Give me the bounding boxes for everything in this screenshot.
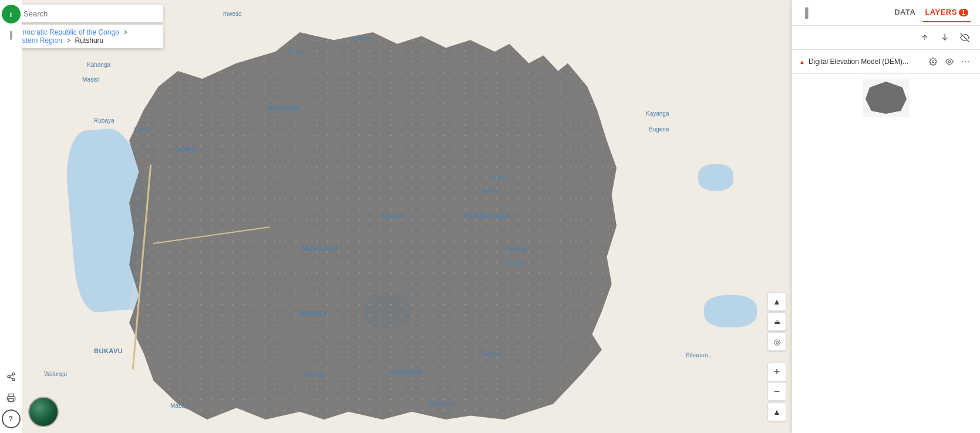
layer-more-button[interactable]: ··· (959, 55, 973, 69)
globe-thumbnail[interactable] (28, 397, 59, 427)
layer-visibility-button[interactable] (942, 55, 957, 69)
svg-point-13 (948, 60, 951, 63)
print-button[interactable] (2, 388, 21, 407)
svg-line-6 (9, 374, 12, 376)
breadcrumb-item-0[interactable]: Democratic Republic of the Congo (12, 28, 119, 36)
breadcrumb: Democratic Republic of the Congo > Weste… (5, 25, 163, 48)
map-nav: ▲ ⛰ ◎ (767, 292, 786, 351)
layer-name: Digital Elevation Model (DEM)... (809, 57, 922, 66)
hide-all-button[interactable] (957, 29, 973, 46)
svg-point-2 (12, 373, 15, 375)
expand-button[interactable]: ║ (2, 26, 21, 45)
north-button[interactable]: ▲ (767, 402, 786, 421)
layer-settings-button[interactable] (926, 55, 940, 69)
expand-panel-icon[interactable]: ▐ (801, 8, 808, 18)
lake-bottom-right (704, 295, 757, 327)
lake-top-right (698, 164, 733, 191)
breadcrumb-current: Rutshuru (75, 36, 104, 45)
move-down-button[interactable] (937, 29, 953, 46)
svg-point-3 (8, 376, 10, 378)
layer-actions: ··· (926, 55, 973, 69)
move-up-button[interactable] (917, 29, 933, 46)
tab-layers[interactable]: LAYERS1 (922, 3, 971, 22)
svg-line-5 (9, 377, 12, 379)
left-toolbar: i ║ ? (0, 0, 22, 433)
terrain-button[interactable]: ▲ (767, 292, 786, 311)
svg-point-12 (932, 60, 934, 63)
layer-toolbar (792, 26, 980, 50)
layer-thumbnail (799, 79, 973, 117)
tab-data[interactable]: DATA (892, 3, 918, 22)
search-input[interactable] (23, 9, 157, 18)
info-button[interactable]: i (2, 5, 21, 23)
dem-overlay (129, 32, 617, 420)
zoom-out-button[interactable]: − (767, 382, 786, 401)
layer-item: ▲ Digital Elevation Model (DEM)... ··· (792, 50, 980, 74)
search-bar[interactable] (5, 5, 163, 22)
zoom-in-button[interactable]: + (767, 363, 786, 381)
help-button[interactable]: ? (2, 410, 21, 428)
share-button[interactable] (2, 367, 21, 386)
layer-chevron[interactable]: ▲ (799, 59, 805, 65)
panel-tabs: ▐ DATA LAYERS1 (792, 0, 980, 26)
svg-rect-7 (9, 398, 14, 401)
layer-thumbnail-map (863, 79, 910, 117)
layers-badge: 1 (959, 9, 968, 16)
right-panel: ▐ DATA LAYERS1 ▲ Digital Elevation Model (792, 0, 980, 433)
zoom-controls: + − (767, 363, 786, 401)
location-button[interactable]: ◎ (767, 332, 786, 351)
landscape-button[interactable]: ⛰ (767, 312, 786, 331)
svg-point-4 (12, 378, 15, 381)
breadcrumb-sep-1: > (66, 36, 70, 45)
breadcrumb-sep-0: > (123, 28, 127, 36)
